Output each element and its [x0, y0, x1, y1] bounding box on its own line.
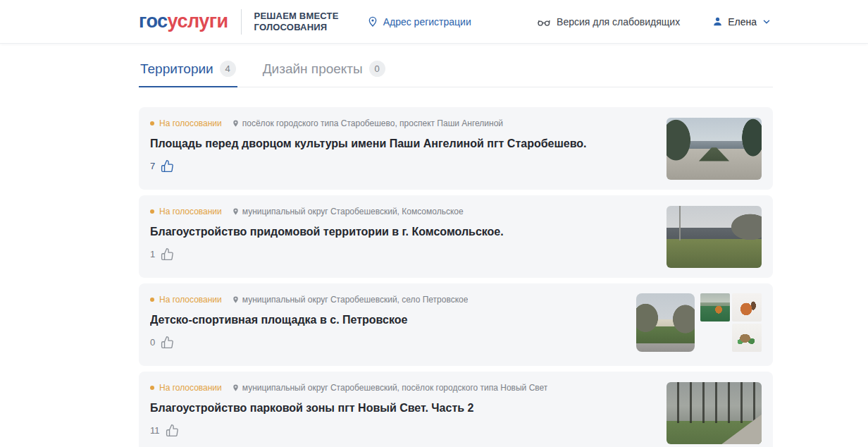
subtitle-line-1: РЕШАЕМ ВМЕСТЕ: [254, 11, 339, 22]
card-meta-row: На голосовании муниципальный округ Старо…: [150, 295, 653, 305]
plaza-before-palace-of-culture-photo: [666, 118, 762, 180]
thumbs-up-icon: [166, 424, 179, 437]
status-badge: На голосовании: [159, 207, 222, 216]
play-complex-render-thumbnail: [732, 324, 762, 352]
user-menu[interactable]: Елена: [712, 16, 771, 27]
thumbs-up-icon: [161, 247, 174, 261]
card-title-link[interactable]: Благоустройство придомовой территории в …: [150, 226, 653, 238]
territory-card[interactable]: На голосовании муниципальный округ Старо…: [139, 372, 773, 447]
status-dot-icon: [150, 121, 154, 125]
accessibility-version-label: Версия для слабовидящих: [557, 16, 680, 27]
card-media[interactable]: [666, 206, 762, 268]
territory-card[interactable]: На голосовании муниципальный округ Старо…: [139, 283, 773, 366]
thumbnail-grid: [700, 293, 762, 352]
location-pin-icon: [367, 16, 378, 27]
map-pin-icon: [232, 119, 240, 128]
tab-bar: Территории 4 Дизайн проекты 0: [139, 56, 773, 87]
registration-address-label: Адрес регистрации: [383, 16, 471, 27]
user-name: Елена: [728, 16, 757, 27]
status-badge: На голосовании: [159, 295, 222, 305]
card-title-link[interactable]: Площадь перед дворцом культуры имени Паш…: [150, 137, 653, 150]
map-pin-icon: [232, 384, 240, 392]
card-location: муниципальный округ Старобешевский, посё…: [242, 383, 548, 393]
tab-territories-count-badge: 4: [220, 61, 236, 77]
like-count: 0: [150, 337, 155, 348]
content-area: Территории 4 Дизайн проекты 0 На голосов…: [139, 56, 773, 447]
territory-card[interactable]: На голосовании муниципальный округ Старо…: [139, 195, 773, 278]
logo-part-uslugi: услуги: [168, 11, 228, 32]
like-button[interactable]: 11: [150, 424, 653, 437]
like-button[interactable]: 0: [150, 336, 653, 349]
tab-design-projects[interactable]: Дизайн проекты 0: [261, 56, 387, 87]
tab-territories-label: Территории: [140, 61, 213, 77]
registration-address-link[interactable]: Адрес регистрации: [367, 16, 471, 27]
thumbs-up-icon: [161, 336, 174, 349]
logo-part-gos: гос: [139, 11, 168, 32]
park-trees-path-photo: [666, 382, 762, 444]
card-location: муниципальный округ Старобешевский, Комс…: [242, 207, 464, 216]
status-badge: На голосовании: [159, 118, 222, 128]
like-button[interactable]: 7: [150, 159, 653, 173]
accessibility-version-link[interactable]: Версия для слабовидящих: [537, 16, 680, 27]
card-title-link[interactable]: Благоустройство парковой зоны пгт Новый …: [150, 402, 653, 415]
card-meta-row: На голосовании посёлок городского типа С…: [150, 118, 653, 128]
status-dot-icon: [150, 298, 154, 302]
header-divider: [241, 9, 242, 35]
status-dot-icon: [150, 209, 154, 214]
tab-design-projects-label: Дизайн проекты: [263, 61, 363, 77]
status-badge: На голосовании: [159, 383, 222, 393]
orange-equipment-render-thumbnail: [732, 293, 762, 322]
card-title-link[interactable]: Детско-спортивная площадка в с. Петровск…: [150, 314, 653, 326]
card-media[interactable]: [666, 118, 762, 180]
territory-card-list: На голосовании посёлок городского типа С…: [139, 107, 773, 447]
eyeglasses-icon: [537, 16, 551, 27]
like-button[interactable]: 1: [150, 247, 653, 261]
card-media[interactable]: [666, 382, 762, 444]
card-meta-row: На голосовании муниципальный округ Старо…: [150, 383, 653, 393]
orange-bench-render-thumbnail: [700, 324, 730, 352]
subtitle-line-2: ГОЛОСОВАНИЯ: [254, 22, 339, 33]
tab-design-projects-count-badge: 0: [369, 61, 385, 77]
card-meta-row: На голосовании муниципальный округ Старо…: [150, 207, 653, 216]
like-count: 7: [150, 161, 155, 171]
thumbs-up-icon: [161, 159, 174, 173]
card-media[interactable]: [636, 293, 762, 352]
card-location: муниципальный округ Старобешевский, село…: [242, 295, 469, 305]
status-dot-icon: [150, 386, 154, 390]
map-pin-icon: [232, 207, 240, 216]
like-count: 1: [150, 249, 155, 259]
user-avatar-icon: [712, 16, 723, 27]
playground-render-thumbnail: [700, 293, 730, 322]
gosuslugi-logo[interactable]: госуслуги: [139, 11, 228, 32]
like-count: 11: [150, 425, 160, 436]
card-location: посёлок городского типа Старобешево, про…: [242, 118, 503, 128]
header: госуслуги РЕШАЕМ ВМЕСТЕ ГОЛОСОВАНИЯ Адре…: [0, 0, 868, 44]
chevron-down-icon: [762, 17, 771, 27]
courtyard-lawn-apartments-photo: [666, 206, 762, 268]
site-subtitle: РЕШАЕМ ВМЕСТЕ ГОЛОСОВАНИЯ: [254, 11, 339, 33]
village-lawn-photo: [636, 293, 695, 352]
territory-card[interactable]: На голосовании посёлок городского типа С…: [139, 107, 773, 190]
map-pin-icon: [232, 295, 240, 304]
tab-territories[interactable]: Территории 4: [139, 56, 237, 87]
